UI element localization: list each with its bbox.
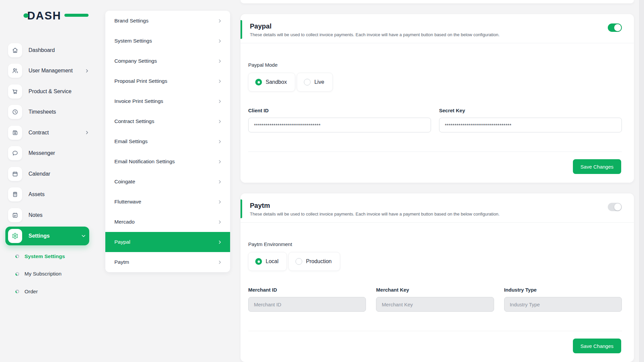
settings-menu: Brand Settings System Settings Company S… (105, 11, 230, 272)
client-id-label: Client ID (248, 108, 431, 113)
sidebar-item-product-service[interactable]: Product & Service (0, 81, 89, 102)
chevron-right-icon (218, 160, 222, 164)
logo-accent-dot (23, 13, 29, 18)
sidebar-item-settings[interactable]: Settings (5, 227, 89, 245)
chevron-right-icon (218, 139, 222, 144)
secret-key-input[interactable] (439, 118, 622, 132)
paypal-save-changes-button[interactable]: Save Changes (573, 159, 621, 174)
paypal-mode-sandbox-option[interactable]: Sandbox (248, 73, 295, 92)
menu-item-label: Brand Settings (114, 18, 149, 24)
settings-menu-item-brand-settings[interactable]: Brand Settings (105, 11, 230, 31)
chevron-right-icon (218, 220, 222, 224)
calculator-icon (8, 187, 22, 201)
chevron-right-icon (218, 19, 222, 23)
settings-menu-item-paytm[interactable]: Paytm (105, 252, 230, 272)
sub-item-order[interactable]: Order (0, 283, 98, 301)
menu-item-label: Email Settings (114, 138, 148, 144)
paytm-env-local-option[interactable]: Local (248, 252, 287, 271)
settings-menu-item-proposal-print-settings[interactable]: Proposal Print Settings (105, 71, 230, 91)
option-label: Local (266, 258, 278, 264)
sidebar-item-label: Messenger (29, 150, 55, 156)
sub-item-my-subscription[interactable]: My Subscription (0, 265, 98, 283)
settings-menu-item-paypal[interactable]: Paypal (105, 232, 230, 252)
paytm-card-description: These details will be used to collect in… (250, 212, 608, 217)
chat-bubble-icon (8, 146, 22, 160)
bullet-icon (15, 254, 19, 258)
logo-text: DASH (27, 10, 61, 21)
settings-menu-item-contract-settings[interactable]: Contract Settings (105, 111, 230, 131)
paypal-mode-label: Paypal Mode (248, 62, 622, 68)
clock-icon (8, 105, 22, 119)
sidebar-nav: Dashboard User Management Product & Serv… (0, 40, 98, 245)
radio-unselected-icon (296, 258, 302, 265)
settings-menu-item-company-settings[interactable]: Company Settings (105, 51, 230, 71)
chevron-right-icon (218, 119, 222, 124)
sidebar-item-label: Settings (29, 233, 50, 239)
contract-save-icon (8, 126, 22, 140)
chevron-right-icon (218, 240, 222, 244)
gear-icon (8, 229, 22, 243)
paytm-save-changes-button[interactable]: Save Changes (573, 339, 621, 353)
sidebar-item-messenger[interactable]: Messenger (0, 143, 89, 164)
radio-unselected-icon (304, 79, 311, 85)
sidebar-item-label: Notes (29, 212, 43, 218)
menu-item-label: Paypal (114, 239, 130, 245)
settings-menu-item-flutterwave[interactable]: Flutterwave (105, 192, 230, 212)
merchant-key-input (376, 297, 494, 312)
notes-icon (8, 208, 22, 222)
paypal-card-title: Paypal (250, 22, 608, 30)
menu-item-label: System Settings (114, 38, 152, 44)
option-label: Sandbox (266, 79, 287, 85)
settings-sub-nav: System Settings My Subscription Order (0, 248, 98, 301)
menu-item-label: Invoice Print Settings (114, 98, 163, 104)
client-id-input[interactable] (248, 118, 431, 132)
chevron-down-icon (81, 234, 86, 238)
logo-accent-dash (64, 14, 89, 17)
paytm-env-production-option[interactable]: Production (288, 252, 340, 271)
sidebar-item-contract[interactable]: Contract (0, 122, 89, 143)
paypal-enabled-toggle[interactable] (608, 23, 622, 32)
sidebar-item-timesheets[interactable]: Timesheets (0, 102, 89, 123)
chevron-right-icon (85, 130, 89, 135)
radio-selected-icon (255, 258, 262, 265)
paypal-mode-live-option[interactable]: Live (297, 73, 332, 92)
paytm-card-title: Paytm (250, 201, 608, 209)
sidebar-item-user-management[interactable]: User Management (0, 61, 89, 81)
app-logo: DASH (23, 9, 74, 22)
paytm-environment-label: Paytm Environment (248, 241, 622, 247)
paypal-card-description: These details will be used to collect in… (250, 32, 608, 38)
sub-item-label: Order (24, 289, 38, 295)
accent-bar (240, 199, 242, 218)
settings-menu-item-invoice-print-settings[interactable]: Invoice Print Settings (105, 91, 230, 111)
settings-menu-item-system-settings[interactable]: System Settings (105, 31, 230, 51)
menu-item-label: Email Notification Settings (114, 159, 175, 165)
bullet-icon (15, 272, 19, 276)
settings-menu-item-email-notification-settings[interactable]: Email Notification Settings (105, 152, 230, 172)
settings-menu-item-coingate[interactable]: Coingate (105, 172, 230, 192)
menu-item-label: Company Settings (114, 58, 157, 64)
settings-menu-item-mercado[interactable]: Mercado (105, 212, 230, 232)
bullet-icon (15, 290, 19, 293)
merchant-id-label: Merchant ID (248, 287, 366, 293)
sidebar-item-assets[interactable]: Assets (0, 184, 89, 205)
sidebar-item-label: Assets (29, 191, 45, 197)
toggle-knob (614, 24, 621, 31)
sidebar-item-notes[interactable]: Notes (0, 205, 89, 226)
menu-item-label: Contract Settings (114, 118, 154, 124)
paytm-enabled-toggle[interactable] (608, 203, 622, 211)
settings-menu-item-email-settings[interactable]: Email Settings (105, 131, 230, 152)
sidebar-item-calendar[interactable]: Calendar (0, 164, 89, 184)
chevron-right-icon (218, 260, 222, 264)
sidebar-item-label: Product & Service (29, 88, 71, 95)
paytm-card: Paytm These details will be used to coll… (240, 193, 634, 362)
scrollbar-track[interactable] (639, 0, 644, 362)
merchant-id-input (248, 297, 366, 312)
chevron-right-icon (218, 99, 222, 104)
accent-bar (240, 20, 242, 39)
chevron-right-icon (85, 69, 89, 73)
users-icon (8, 64, 22, 78)
sub-item-system-settings[interactable]: System Settings (0, 248, 98, 265)
sidebar-item-dashboard[interactable]: Dashboard (0, 40, 89, 61)
menu-item-label: Proposal Print Settings (114, 78, 167, 84)
sidebar-item-label: Contract (29, 130, 49, 136)
